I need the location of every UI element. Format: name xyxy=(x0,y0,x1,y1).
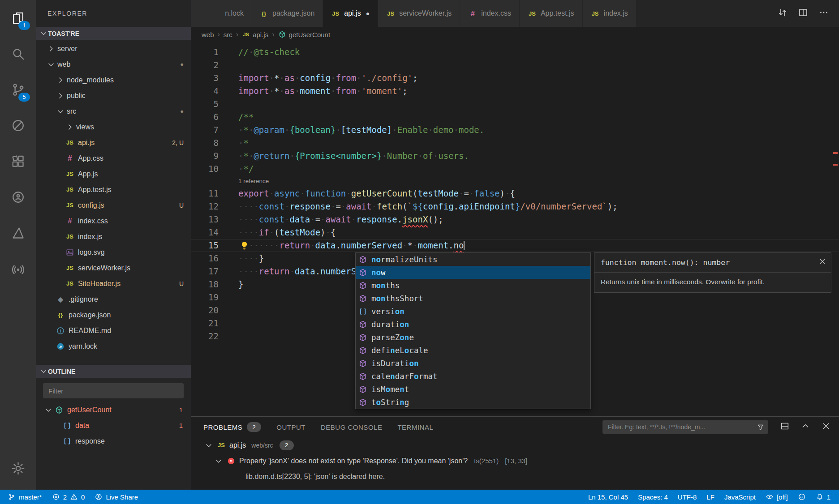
code-line[interactable]: 9·*·@return·{Promise<number>}·Number·of·… xyxy=(191,149,839,162)
suggestion-monthsshort[interactable]: monthsShort xyxy=(356,292,590,305)
breadcrumb-web[interactable]: web xyxy=(202,31,214,38)
open-changes-button[interactable] xyxy=(777,7,788,20)
code-line[interactable]: 6/** xyxy=(191,111,839,124)
code-line[interactable]: 5 xyxy=(191,98,839,111)
status-problems[interactable]: 20 xyxy=(47,490,90,504)
panel-position-button[interactable] xyxy=(780,421,790,433)
tree-item-app-js[interactable]: JSApp.js xyxy=(36,166,191,182)
suggestion-tostring[interactable]: toString xyxy=(356,396,590,409)
activitybar-settings[interactable] xyxy=(0,450,36,486)
outline-item-data[interactable]: data1 xyxy=(36,418,191,433)
tree-item-src[interactable]: src● xyxy=(36,103,191,119)
suggestion-definelocale[interactable]: defineLocale xyxy=(356,344,590,357)
code-line[interactable]: 12····const·response·=·await·fetch(`${co… xyxy=(191,200,839,213)
more-actions-button[interactable] xyxy=(818,7,829,20)
code-line[interactable]: 10·*/ xyxy=(191,162,839,175)
panel-tab-debug-console[interactable]: DEBUG CONSOLE xyxy=(321,423,382,431)
suggestion-isduration[interactable]: isDuration xyxy=(356,357,590,370)
tab-api-js[interactable]: JSapi.js● xyxy=(323,0,378,27)
lightbulb-icon[interactable] xyxy=(239,240,250,251)
status-screencast[interactable]: [off] xyxy=(761,490,793,504)
codelens[interactable]: 1 reference xyxy=(238,175,839,187)
suggestion-normalizeunits[interactable]: normalizeUnits xyxy=(356,253,590,266)
activitybar-extensions[interactable] xyxy=(0,143,36,179)
problem-row[interactable]: Property 'jsonX' does not exist on type … xyxy=(191,453,839,469)
breadcrumb-src[interactable]: src xyxy=(224,31,232,38)
activitybar-source-control[interactable]: 5 xyxy=(0,72,36,107)
suggestion-parsezone[interactable]: parseZone xyxy=(356,331,590,344)
suggestion-version[interactable]: version xyxy=(356,305,590,318)
tree-item-index-css[interactable]: #index.css xyxy=(36,213,191,229)
tree-item-public[interactable]: public xyxy=(36,88,191,103)
activitybar-explorer[interactable]: 1 xyxy=(0,0,36,36)
tree-item-app-css[interactable]: #App.css xyxy=(36,150,191,166)
tab-package-json[interactable]: {}package.json xyxy=(251,0,323,27)
code-line[interactable]: 14····if·(testMode)·{ xyxy=(191,226,839,239)
tab-index-js[interactable]: JSindex.js xyxy=(583,0,637,27)
status-cursor-position[interactable]: Ln 15, Col 45 xyxy=(583,490,633,504)
tree-item-views[interactable]: views xyxy=(36,119,191,135)
status-language[interactable]: JavaScript xyxy=(719,490,761,504)
suggestion-calendarformat[interactable]: calendarFormat xyxy=(356,370,590,383)
panel-tab-terminal[interactable]: TERMINAL xyxy=(397,423,433,431)
tree-item-siteheader-js[interactable]: JSSiteHeader.jsU xyxy=(36,276,191,291)
status-indentation[interactable]: Spaces: 4 xyxy=(633,490,673,504)
status-git-branch[interactable]: master* xyxy=(3,490,47,504)
code-line[interactable]: 3import·*·as·config·from·'./config'; xyxy=(191,72,839,85)
tree-item-app-test-js[interactable]: JSApp.test.js xyxy=(36,182,191,197)
tree-item-node-modules[interactable]: node_modules xyxy=(36,72,191,88)
suggestion-ismoment[interactable]: isMoment xyxy=(356,383,590,396)
tree-item-web[interactable]: web● xyxy=(36,56,191,72)
tree-item-server[interactable]: server xyxy=(36,41,191,56)
status-encoding[interactable]: UTF-8 xyxy=(673,490,702,504)
status-eol[interactable]: LF xyxy=(701,490,719,504)
tree-item-serviceworker-js[interactable]: JSserviceWorker.js xyxy=(36,260,191,276)
activitybar-azure[interactable] xyxy=(0,215,36,251)
activitybar-debug[interactable] xyxy=(0,107,36,143)
maximize-panel-button[interactable] xyxy=(800,421,810,433)
activitybar-search[interactable] xyxy=(0,36,36,72)
problems-filter-input[interactable] xyxy=(607,423,753,431)
tab-app-test-js[interactable]: JSApp.test.js xyxy=(520,0,583,27)
panel-tab-output[interactable]: OUTPUT xyxy=(276,423,305,431)
activitybar-broadcast[interactable] xyxy=(0,251,36,286)
suggestion-now[interactable]: now xyxy=(356,266,590,279)
problem-related-row[interactable]: lib.dom.d.ts[2230, 5]: 'json' is declare… xyxy=(191,469,839,484)
activitybar-live-share[interactable] xyxy=(0,179,36,215)
breadcrumb-getusercount[interactable]: getUserCount xyxy=(278,30,331,38)
section-header-outline[interactable]: OUTLINE xyxy=(36,365,191,378)
problem-file-row[interactable]: JSapi.jsweb/src2 xyxy=(191,437,839,453)
code-line[interactable]: 15········return·data.numberServed·*·mom… xyxy=(191,239,839,252)
code-line[interactable]: 11export·async·function·getUserCount(tes… xyxy=(191,187,839,200)
code-line[interactable]: 8·* xyxy=(191,137,839,149)
code-line[interactable]: 7·*·@param·{boolean}·[testMode]·Enable·d… xyxy=(191,124,839,137)
status-feedback[interactable] xyxy=(793,490,811,504)
code-line[interactable]: 1//·@ts-check xyxy=(191,46,839,59)
tree-item-package-json[interactable]: {}package.json xyxy=(36,307,191,323)
tab-n-lock[interactable]: n.lock xyxy=(191,0,251,27)
tree-item-gitignore[interactable]: ◆.gitignore xyxy=(36,291,191,307)
tree-item-index-js[interactable]: JSindex.js xyxy=(36,229,191,244)
breadcrumb-api-js[interactable]: JSapi.js xyxy=(242,30,268,38)
tree-item-logo-svg[interactable]: logo.svg xyxy=(36,244,191,260)
suggestion-duration[interactable]: duration xyxy=(356,318,590,331)
tab-index-css[interactable]: #index.css xyxy=(460,0,520,27)
tree-item-api-js[interactable]: JSapi.js2, U xyxy=(36,135,191,150)
outline-item-getusercount[interactable]: getUserCount1 xyxy=(36,402,191,418)
tree-item-config-js[interactable]: JSconfig.jsU xyxy=(36,197,191,213)
code-line[interactable]: 2 xyxy=(191,59,839,72)
status-live-share[interactable]: Live Share xyxy=(90,490,143,504)
tree-item-readme-md[interactable]: README.md xyxy=(36,323,191,338)
status-notifications[interactable]: 1 xyxy=(811,490,835,504)
outline-item-response[interactable]: response xyxy=(36,433,191,449)
close-panel-button[interactable] xyxy=(821,421,831,433)
close-icon[interactable] xyxy=(818,257,826,265)
code-line[interactable]: 13····const·data·=·await·response.jsonX(… xyxy=(191,213,839,226)
tab-serviceworker-js[interactable]: JSserviceWorker.js xyxy=(378,0,460,27)
outline-filter-input[interactable] xyxy=(47,387,179,395)
code-line[interactable]: 4import·*·as·moment·from·'moment'; xyxy=(191,85,839,98)
panel-tab-problems[interactable]: PROBLEMS2 xyxy=(203,422,261,432)
section-header-project[interactable]: TOAST'RE xyxy=(36,27,191,40)
tree-item-yarn-lock[interactable]: yarn.lock xyxy=(36,338,191,354)
suggestion-months[interactable]: months xyxy=(356,279,590,292)
